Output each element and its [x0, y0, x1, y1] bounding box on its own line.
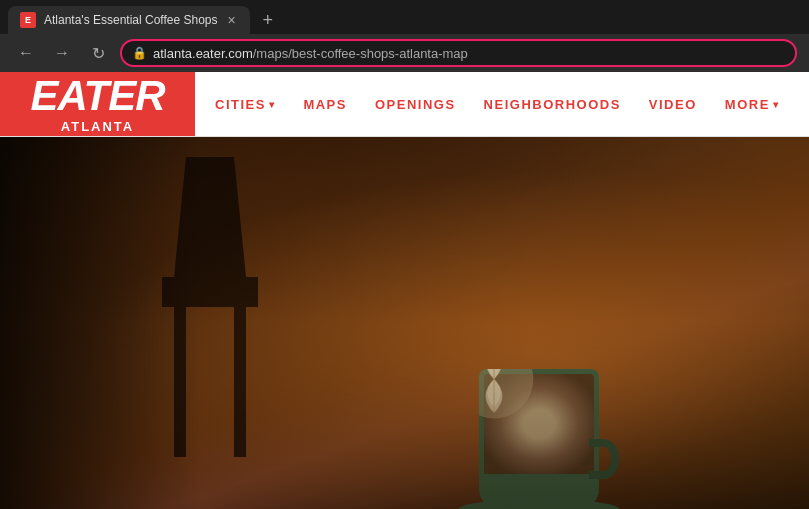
tab-title: Atlanta's Essential Coffee Shops	[44, 13, 218, 27]
hero-background	[0, 137, 809, 509]
new-tab-button[interactable]: +	[254, 6, 282, 34]
lock-icon: 🔒	[132, 46, 147, 60]
navigation-bar: ← → ↻ 🔒 atlanta.eater.com/maps/best-coff…	[0, 34, 809, 72]
address-path: /maps/best-coffee-shops-atlanta-map	[253, 46, 468, 61]
active-tab[interactable]: E Atlanta's Essential Coffee Shops ×	[8, 6, 250, 34]
nav-links: CITIES ▾ MAPS OPENINGS NEIGHBORHOODS VID…	[195, 72, 799, 136]
eater-city-label: ATLANTA	[61, 119, 134, 134]
tab-favicon: E	[20, 12, 36, 28]
address-domain: atlanta.eater.com	[153, 46, 253, 61]
nav-link-neighborhoods[interactable]: NEIGHBORHOODS	[484, 97, 621, 112]
website-content: EATER ATLANTA CITIES ▾ MAPS OPENINGS NEI…	[0, 72, 809, 509]
browser-chrome: E Atlanta's Essential Coffee Shops × + ←…	[0, 0, 809, 72]
more-dropdown-chevron: ▾	[773, 99, 780, 110]
tab-close-button[interactable]: ×	[226, 12, 238, 28]
site-navigation: EATER ATLANTA CITIES ▾ MAPS OPENINGS NEI…	[0, 72, 809, 137]
tab-bar: E Atlanta's Essential Coffee Shops × +	[0, 0, 809, 34]
nav-link-cities[interactable]: CITIES ▾	[215, 97, 275, 112]
nav-link-video[interactable]: VIDEO	[649, 97, 697, 112]
nav-link-openings[interactable]: OPENINGS	[375, 97, 456, 112]
reload-button[interactable]: ↻	[84, 39, 112, 67]
eater-logo: EATER	[30, 75, 164, 117]
address-bar[interactable]: 🔒 atlanta.eater.com/maps/best-coffee-sho…	[120, 39, 797, 67]
site-logo-block[interactable]: EATER ATLANTA	[0, 72, 195, 136]
forward-button[interactable]: →	[48, 39, 76, 67]
nav-link-more[interactable]: MORE ▾	[725, 97, 780, 112]
hero-image	[0, 137, 809, 509]
nav-link-maps[interactable]: MAPS	[303, 97, 347, 112]
address-text: atlanta.eater.com/maps/best-coffee-shops…	[153, 46, 468, 61]
back-button[interactable]: ←	[12, 39, 40, 67]
hero-overlay	[0, 137, 809, 509]
cities-dropdown-chevron: ▾	[269, 99, 276, 110]
